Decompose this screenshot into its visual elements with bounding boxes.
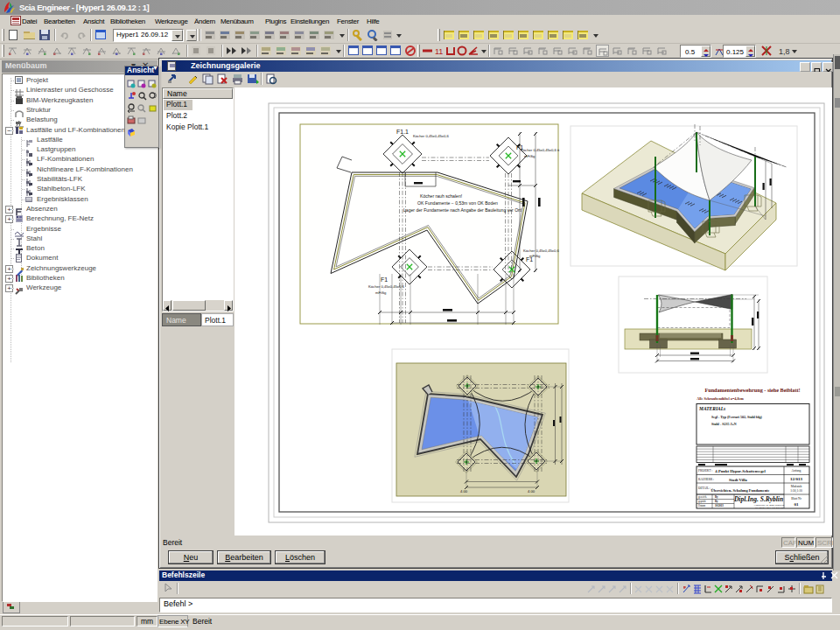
svg-text:1,8: 1,8 xyxy=(779,47,790,56)
svg-text:BAUHERR :: BAUHERR : xyxy=(698,478,714,481)
svg-text:mFtSg: mFtSg xyxy=(529,254,541,258)
svg-text:Köcher 0,45x0,45x0,6: Köcher 0,45x0,45x0,6 xyxy=(368,284,404,289)
svg-text:DETAIL :: DETAIL : xyxy=(698,486,710,490)
svg-text:Dipl.Ing. S.Ryblin: Dipl.Ing. S.Ryblin xyxy=(733,495,783,503)
svg-text:Übersichten, Schalung Fundamen: Übersichten, Schalung Fundamente xyxy=(711,488,770,493)
svg-text:Köcher 0,45x0,45x0,6: Köcher 0,45x0,45x0,6 xyxy=(413,134,449,138)
svg-text:Datum: Datum xyxy=(698,504,706,508)
svg-text:Köcher 0,45x0,45x0,6: Köcher 0,45x0,45x0,6 xyxy=(523,248,559,253)
svg-text:Köcher 0,45x0,45x0,6 tt: Köcher 0,45x0,45x0,6 tt xyxy=(521,148,560,152)
svg-text:12/013: 12/013 xyxy=(790,477,802,481)
svg-text:Stadt Villa: Stadt Villa xyxy=(729,478,748,482)
svg-text:Lager der Fundamente nach Anga: Lager der Fundamente nach Angabe der Bau… xyxy=(403,207,522,213)
svg-text:01: 01 xyxy=(794,502,800,507)
svg-text:gezeich.: gezeich. xyxy=(698,495,707,499)
svg-text:Alle Schraubendübel a=4,8cm: Alle Schraubendübel a=4,8cm xyxy=(696,396,744,401)
svg-text:11: 11 xyxy=(435,47,443,56)
svg-text:Ry: Ry xyxy=(715,500,718,503)
svg-text:10/2013: 10/2013 xyxy=(715,504,724,508)
svg-text:Stahl - S235 J+N: Stahl - S235 J+N xyxy=(711,422,737,426)
svg-text:Segl - Typ (Ferrari 502, S: Segl - Typ (Ferrari 502, Stahl fdg) xyxy=(711,415,762,419)
svg-text:MATERIALs: MATERIALs xyxy=(698,406,725,411)
svg-text:4.00: 4.00 xyxy=(528,489,536,494)
svg-text:Blatt Nr: Blatt Nr xyxy=(791,497,802,500)
svg-text:Ry: Ry xyxy=(715,495,718,499)
svg-text:mFtSg: mFtSg xyxy=(524,154,536,158)
svg-text:OK Fundamente − 0,53m von OK B: OK Fundamente − 0,53m von OK Boden xyxy=(417,200,498,206)
svg-text:Fundamentenbewehrung - siehe B: Fundamentenbewehrung - siehe Beiblatt! xyxy=(704,387,800,393)
svg-text:4-Punkt Hypar-Schattensegel: 4-Punkt Hypar-Schattensegel xyxy=(715,469,766,473)
svg-text:mFtSg: mFtSg xyxy=(375,290,387,295)
svg-text:Anfang: Anfang xyxy=(792,469,802,472)
svg-text:geprüft: geprüft xyxy=(698,500,706,503)
svg-text:F1: F1 xyxy=(381,276,388,283)
svg-text:4.00: 4.00 xyxy=(460,489,468,494)
svg-text:F1.1: F1.1 xyxy=(396,129,409,135)
svg-text:Tel. 0664-33471 Fax 476362: Tel. 0664-33471 Fax 476362 xyxy=(755,507,784,509)
svg-text:Maßstab: Maßstab xyxy=(791,485,802,488)
svg-text:PROJEKT :: PROJEKT : xyxy=(698,469,712,472)
svg-text:Köcher rauh schalen!: Köcher rauh schalen! xyxy=(420,193,462,199)
